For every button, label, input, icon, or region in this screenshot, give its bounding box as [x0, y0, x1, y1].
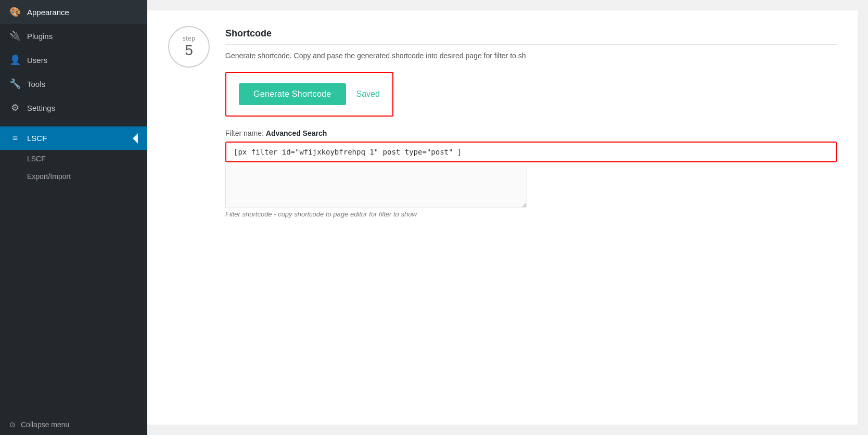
filter-name-value: Advanced Search	[266, 129, 327, 137]
appearance-icon: 🎨	[9, 6, 21, 18]
plugins-icon: 🔌	[9, 30, 21, 42]
sidebar-subitem-export-import[interactable]: Export/Import	[0, 168, 147, 185]
sidebar-item-plugins[interactable]: 🔌 Plugins	[0, 24, 147, 48]
generate-shortcode-box: Generate Shortcode Saved	[225, 72, 393, 117]
subitem-label: Export/Import	[27, 172, 71, 181]
sidebar-active-label: LSCF	[27, 134, 47, 143]
settings-icon: ⚙	[9, 102, 21, 113]
shortcode-note: Filter shortcode - copy shortcode to pag…	[225, 210, 837, 218]
step-section: step 5 Shortcode Generate shortcode. Cop…	[168, 26, 837, 218]
shortcode-input[interactable]	[226, 143, 528, 161]
collapse-icon: ⊙	[9, 420, 16, 429]
shortcode-textarea[interactable]	[225, 167, 527, 208]
sidebar-item-label: Settings	[27, 104, 55, 112]
lscf-icon: ≡	[9, 133, 21, 144]
users-icon: 👤	[9, 54, 21, 66]
subitem-label: LSCF	[27, 155, 46, 163]
step-label-text: step	[183, 35, 196, 42]
shortcode-input-wrap	[225, 142, 837, 162]
sidebar-item-lscf[interactable]: ≡ LSCF	[0, 126, 147, 150]
sidebar-item-label: Appearance	[27, 8, 69, 17]
sidebar-item-appearance[interactable]: 🎨 Appearance	[0, 0, 147, 24]
saved-label: Saved	[356, 89, 380, 99]
step-number: 5	[185, 42, 193, 59]
content-wrap: step 5 Shortcode Generate shortcode. Cop…	[147, 10, 858, 425]
step-title: Shortcode	[225, 28, 837, 45]
active-arrow	[133, 133, 138, 144]
sidebar-item-label: Plugins	[27, 32, 53, 41]
sidebar-item-users[interactable]: 👤 Users	[0, 48, 147, 72]
step-content: Shortcode Generate shortcode. Copy and p…	[225, 26, 837, 218]
filter-name-row: Filter name: Advanced Search	[225, 129, 837, 137]
sidebar-item-settings[interactable]: ⚙ Settings	[0, 96, 147, 120]
sidebar-item-tools[interactable]: 🔧 Tools	[0, 72, 147, 96]
sidebar-item-label: Tools	[27, 80, 45, 88]
collapse-menu[interactable]: ⊙ Collapse menu	[0, 414, 147, 435]
collapse-label: Collapse menu	[21, 420, 69, 429]
sidebar-divider	[0, 123, 147, 123]
tools-icon: 🔧	[9, 78, 21, 89]
sidebar-item-label: Users	[27, 56, 47, 65]
filter-name-prefix: Filter name:	[225, 129, 264, 137]
generate-shortcode-button[interactable]: Generate Shortcode	[239, 83, 346, 105]
sidebar: 🎨 Appearance 🔌 Plugins 👤 Users 🔧 Tools ⚙…	[0, 0, 147, 435]
step-description: Generate shortcode. Copy and pase the ge…	[225, 50, 837, 61]
main-content: step 5 Shortcode Generate shortcode. Cop…	[147, 0, 868, 435]
sidebar-subitem-lscf[interactable]: LSCF	[0, 150, 147, 168]
step-circle: step 5	[168, 26, 210, 68]
